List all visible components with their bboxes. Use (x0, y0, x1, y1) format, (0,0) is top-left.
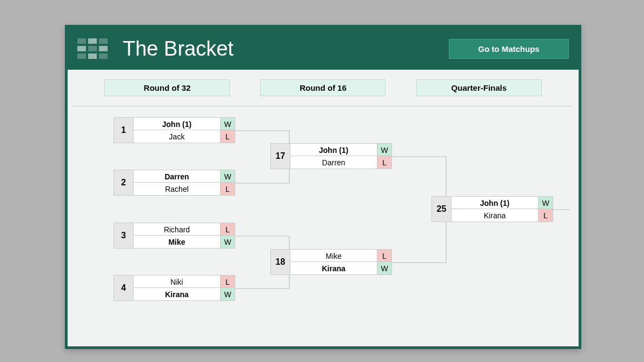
player-name: John (1) (290, 143, 377, 156)
player-name: John (1) (133, 117, 221, 130)
result-badge: L (377, 156, 392, 169)
match-number: 3 (114, 223, 133, 249)
player-name: Richard (133, 223, 221, 236)
result-badge: W (221, 236, 235, 249)
player-name: Kirana (290, 262, 377, 275)
player-name: John (1) (451, 196, 539, 209)
round-label-32: Round of 32 (104, 79, 230, 96)
result-badge: L (377, 249, 392, 262)
result-badge: W (221, 170, 235, 183)
result-badge: L (221, 223, 235, 236)
match-number: 1 (114, 117, 133, 143)
result-badge: W (539, 196, 553, 209)
header-divider (73, 106, 573, 106)
match-25: 25John (1)WKiranaL (431, 196, 553, 222)
bracket-area: 1John (1)WJackL2DarrenWRachelL3RichardLM… (73, 112, 573, 328)
player-name: Rachel (133, 183, 221, 196)
match-2: 2DarrenWRachelL (114, 170, 235, 196)
result-badge: L (221, 275, 235, 288)
page-title: The Bracket (123, 37, 449, 61)
match-17: 17John (1)WDarrenL (270, 143, 392, 169)
player-name: Darren (133, 170, 221, 183)
player-name: Kirana (133, 288, 221, 301)
round-label-16: Round of 16 (260, 79, 386, 96)
player-name: Jack (133, 130, 221, 143)
result-badge: L (221, 130, 235, 143)
match-18: 18MikeLKiranaW (270, 249, 392, 275)
app-logo-icon (77, 38, 108, 59)
round-label-qf: Quarter-Finals (416, 79, 542, 96)
result-badge: W (377, 262, 392, 275)
player-name: Mike (290, 249, 377, 262)
match-number: 18 (270, 249, 290, 275)
result-badge: W (221, 117, 235, 130)
player-name: Darren (290, 156, 377, 169)
round-labels-row: Round of 32 Round of 16 Quarter-Finals (68, 70, 579, 96)
player-name: Mike (133, 236, 221, 249)
match-3: 3RichardLMikeW (114, 223, 235, 249)
header-bar: The Bracket Go to Matchups (68, 28, 579, 70)
result-badge: W (221, 288, 235, 301)
match-number: 4 (114, 275, 133, 301)
match-number: 17 (270, 143, 290, 169)
go-to-matchups-button[interactable]: Go to Matchups (449, 39, 569, 59)
match-number: 2 (114, 170, 133, 196)
player-name: Kirana (451, 209, 539, 222)
match-4: 4NikiLKiranaW (114, 275, 235, 301)
result-badge: L (221, 183, 235, 196)
match-number: 25 (431, 196, 451, 222)
match-1: 1John (1)WJackL (114, 117, 235, 143)
result-badge: L (539, 209, 553, 222)
bracket-card: The Bracket Go to Matchups Round of 32 R… (65, 25, 581, 349)
result-badge: W (377, 143, 392, 156)
player-name: Niki (133, 275, 221, 288)
